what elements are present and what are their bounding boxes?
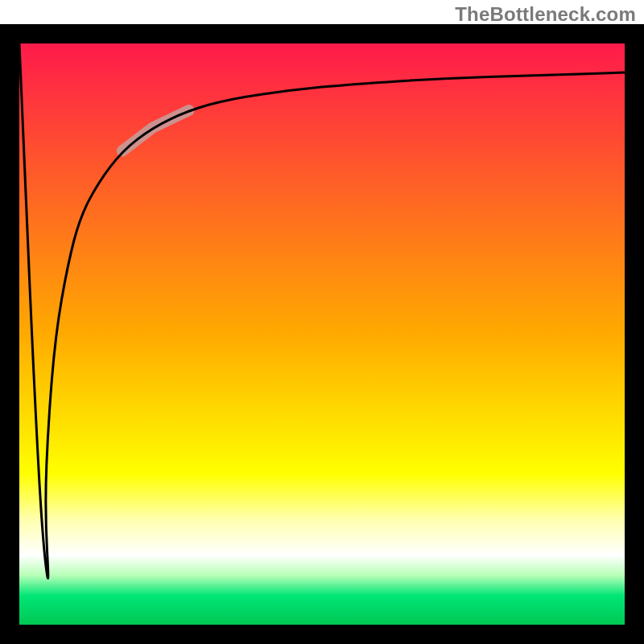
- bottleneck-chart: [0, 24, 644, 644]
- plot-background: [19, 43, 625, 625]
- watermark-text: TheBottleneck.com: [455, 3, 636, 26]
- chart-stage: TheBottleneck.com: [0, 0, 644, 644]
